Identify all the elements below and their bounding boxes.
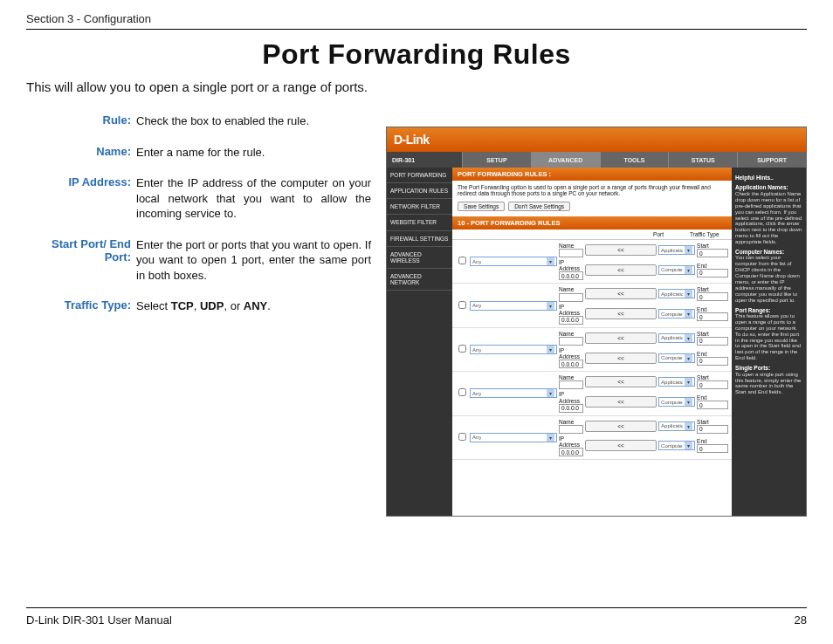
name-input[interactable] [559, 380, 583, 389]
name-input[interactable] [559, 293, 583, 302]
rule-row: Name<<Application Name▾Start0Any▾IP Addr… [452, 416, 732, 460]
computer-name-select[interactable]: Computer Name▾ [658, 441, 695, 450]
start-port-input[interactable]: 0 [697, 425, 728, 434]
term-port: Start Port/ End Port: [26, 237, 136, 284]
computer-name-select[interactable]: Computer Name▾ [658, 353, 695, 363]
copy-computer-button[interactable]: << [585, 396, 657, 408]
traffic-type-select[interactable]: Any▾ [470, 257, 557, 266]
col-traffic: Traffic Type [690, 231, 721, 237]
chevron-down-icon: ▾ [547, 346, 554, 353]
ip-input[interactable]: 0.0.0.0 [559, 404, 583, 413]
start-port-input[interactable]: 0 [697, 380, 728, 389]
rules-table: Port Traffic Type Name<<Application Name… [452, 230, 732, 516]
sidebar-item-firewall[interactable]: FIREWALL SETTINGS [387, 231, 452, 247]
application-name-select[interactable]: Application Name▾ [658, 421, 695, 431]
end-port-input[interactable]: 0 [697, 357, 728, 366]
chevron-down-icon: ▾ [685, 310, 692, 318]
end-label: End [697, 394, 728, 401]
sidebar: PORT FORWARDING APPLICATION RULES NETWOR… [387, 168, 452, 516]
start-port-input[interactable]: 0 [697, 337, 728, 346]
help-t4: To open a single port using this feature… [735, 372, 802, 396]
chevron-down-icon: ▾ [685, 266, 692, 274]
tab-advanced[interactable]: ADVANCED [531, 152, 600, 168]
computer-name-select[interactable]: Computer Name▾ [658, 397, 695, 407]
chevron-down-icon: ▾ [547, 257, 554, 265]
start-label: Start [697, 286, 728, 292]
copy-app-button[interactable]: << [585, 244, 657, 256]
application-name-select[interactable]: Application Name▾ [658, 333, 695, 343]
sidebar-item-websitefilter[interactable]: WEBSITE FILTER [387, 215, 452, 230]
sidebar-item-apprules[interactable]: APPLICATION RULES [387, 183, 452, 199]
end-port-input[interactable]: 0 [697, 312, 728, 321]
application-name-select[interactable]: Application Name▾ [658, 245, 695, 255]
footer-page: 28 [795, 613, 807, 627]
copy-app-button[interactable]: << [585, 288, 657, 299]
rule-enable-checkbox[interactable] [458, 433, 466, 441]
rule-enable-checkbox[interactable] [458, 301, 466, 309]
rule-enable-checkbox[interactable] [458, 388, 466, 396]
traffic-type-select[interactable]: Any▾ [470, 345, 557, 354]
term-rule: Rule: [26, 113, 136, 129]
help-h2: Computer Names: [735, 249, 802, 255]
dont-save-button[interactable]: Don't Save Settings [508, 202, 570, 211]
name-input[interactable] [559, 425, 583, 434]
ip-input[interactable]: 0.0.0.0 [559, 316, 583, 325]
application-name-select[interactable]: Application Name▾ [658, 289, 695, 298]
tab-support[interactable]: SUPPORT [737, 152, 806, 168]
chevron-down-icon: ▾ [685, 354, 692, 362]
sidebar-item-portforwarding[interactable]: PORT FORWARDING [387, 168, 452, 183]
copy-app-button[interactable]: << [585, 421, 657, 432]
sidebar-item-networkfilter[interactable]: NETWORK FILTER [387, 199, 452, 215]
end-port-input[interactable]: 0 [697, 444, 728, 453]
tab-setup[interactable]: SETUP [462, 152, 531, 168]
save-button[interactable]: Save Settings [458, 202, 505, 211]
name-input[interactable] [559, 249, 583, 257]
copy-computer-button[interactable]: << [585, 353, 657, 364]
copy-app-button[interactable]: << [585, 376, 657, 387]
copy-computer-button[interactable]: << [585, 264, 657, 276]
chevron-down-icon: ▾ [685, 246, 692, 254]
page-title: Port Forwarding Rules [26, 38, 807, 71]
tab-tools[interactable]: TOOLS [600, 152, 669, 168]
tab-status[interactable]: STATUS [668, 152, 737, 168]
rule-row: Name<<Application Name▾Start0Any▾IP Addr… [452, 284, 732, 327]
traffic-type-select[interactable]: Any▾ [470, 388, 557, 398]
computer-name-select[interactable]: Computer Name▾ [658, 309, 695, 319]
copy-app-button[interactable]: << [585, 332, 657, 344]
end-port-input[interactable]: 0 [697, 269, 728, 277]
traffic-type-select[interactable]: Any▾ [470, 433, 557, 442]
rule-row: Name<<Application Name▾Start0Any▾IP Addr… [452, 240, 732, 284]
sidebar-item-advwireless[interactable]: ADVANCED WIRELESS [387, 247, 452, 269]
desc-rule: Check the box to enabled the rule. [136, 113, 309, 129]
end-port-input[interactable]: 0 [697, 401, 728, 409]
desc-port: Enter the port or ports that you want to… [136, 237, 371, 284]
rule-row: Name<<Application Name▾Start0Any▾IP Addr… [452, 328, 732, 372]
name-label: Name [559, 331, 583, 337]
start-label: Start [697, 243, 728, 249]
traffic-type-select[interactable]: Any▾ [470, 301, 557, 311]
name-input[interactable] [559, 337, 583, 346]
copy-computer-button[interactable]: << [585, 440, 657, 451]
section-header: Section 3 - Configuration [26, 12, 807, 30]
help-h4: Single Ports: [735, 365, 802, 371]
term-traffic: Traffic Type: [26, 298, 136, 314]
rule-enable-checkbox[interactable] [458, 345, 466, 353]
help-h1: Application Names: [735, 184, 802, 190]
ip-input[interactable]: 0.0.0.0 [559, 448, 583, 456]
start-port-input[interactable]: 0 [697, 249, 728, 257]
computer-name-select[interactable]: Computer Name▾ [658, 265, 695, 275]
start-port-input[interactable]: 0 [697, 292, 728, 301]
term-name: Name: [26, 145, 136, 161]
help-t1: Check the Application Name drop down men… [735, 191, 802, 245]
application-name-select[interactable]: Application Name▾ [658, 377, 695, 387]
ip-input[interactable]: 0.0.0.0 [559, 271, 583, 280]
help-h3: Port Ranges: [735, 307, 802, 313]
sidebar-item-advnetwork[interactable]: ADVANCED NETWORK [387, 269, 452, 291]
copy-computer-button[interactable]: << [585, 308, 657, 319]
definitions-list: Rule: Check the box to enabled the rule.… [26, 103, 371, 314]
help-t3: This feature allows you to open a range … [735, 313, 802, 361]
ip-input[interactable]: 0.0.0.0 [559, 360, 583, 368]
help-sidebar: Helpful Hints.. Application Names: Check… [732, 168, 806, 516]
rule-enable-checkbox[interactable] [458, 257, 466, 264]
ip-label: IP Address [559, 347, 583, 360]
